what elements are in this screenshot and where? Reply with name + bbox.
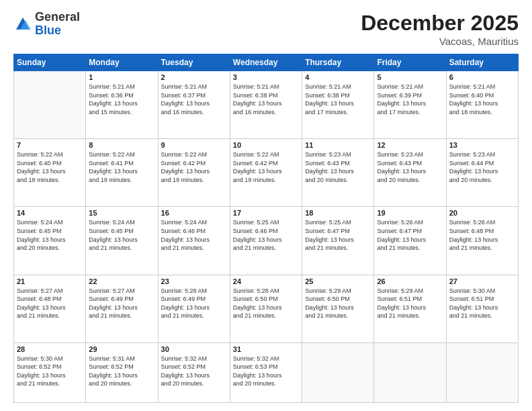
- day-info: Sunrise: 5:32 AM Sunset: 6:53 PM Dayligh…: [233, 355, 299, 388]
- calendar-week-row: 1Sunrise: 5:21 AM Sunset: 6:36 PM Daylig…: [14, 71, 519, 139]
- day-number: 17: [233, 209, 299, 217]
- day-number: 15: [89, 209, 154, 217]
- calendar-cell: 20Sunrise: 5:26 AM Sunset: 6:48 PM Dayli…: [446, 207, 518, 275]
- day-number: 7: [17, 141, 83, 149]
- calendar-cell: [374, 342, 446, 402]
- calendar-week-row: 14Sunrise: 5:24 AM Sunset: 6:45 PM Dayli…: [14, 207, 519, 275]
- day-info: Sunrise: 5:24 AM Sunset: 6:45 PM Dayligh…: [17, 218, 83, 252]
- day-info: Sunrise: 5:26 AM Sunset: 6:48 PM Dayligh…: [449, 218, 515, 252]
- day-number: 2: [161, 73, 227, 81]
- calendar-cell: 10Sunrise: 5:22 AM Sunset: 6:42 PM Dayli…: [230, 139, 302, 207]
- calendar-cell: 4Sunrise: 5:21 AM Sunset: 6:38 PM Daylig…: [302, 71, 374, 139]
- day-number: 26: [377, 277, 443, 285]
- calendar-cell: 7Sunrise: 5:22 AM Sunset: 6:40 PM Daylig…: [14, 139, 86, 207]
- calendar-cell: 9Sunrise: 5:22 AM Sunset: 6:42 PM Daylig…: [158, 139, 230, 207]
- weekday-header-friday: Friday: [374, 54, 446, 71]
- calendar-cell: 26Sunrise: 5:29 AM Sunset: 6:51 PM Dayli…: [374, 275, 446, 342]
- day-number: 31: [233, 345, 299, 353]
- logo-general: General: [35, 10, 80, 24]
- day-number: 18: [305, 209, 371, 217]
- calendar-cell: 14Sunrise: 5:24 AM Sunset: 6:45 PM Dayli…: [14, 207, 86, 275]
- day-info: Sunrise: 5:21 AM Sunset: 6:38 PM Dayligh…: [233, 83, 299, 116]
- day-info: Sunrise: 5:31 AM Sunset: 6:52 PM Dayligh…: [89, 355, 154, 388]
- calendar-cell: 27Sunrise: 5:30 AM Sunset: 6:51 PM Dayli…: [446, 275, 518, 342]
- calendar-cell: 19Sunrise: 5:26 AM Sunset: 6:47 PM Dayli…: [374, 207, 446, 275]
- calendar-cell: 13Sunrise: 5:23 AM Sunset: 6:44 PM Dayli…: [446, 139, 518, 207]
- day-number: 23: [161, 277, 227, 285]
- header: General Blue December 2025 Vacoas, Mauri…: [13, 11, 519, 47]
- weekday-header-saturday: Saturday: [446, 54, 518, 71]
- day-number: 28: [17, 345, 83, 353]
- calendar-table: SundayMondayTuesdayWednesdayThursdayFrid…: [13, 54, 519, 403]
- calendar-cell: 17Sunrise: 5:25 AM Sunset: 6:46 PM Dayli…: [230, 207, 302, 275]
- day-info: Sunrise: 5:22 AM Sunset: 6:42 PM Dayligh…: [161, 150, 227, 184]
- weekday-header-monday: Monday: [86, 54, 158, 71]
- day-number: 1: [89, 73, 154, 81]
- month-title: December 2025: [361, 11, 519, 36]
- calendar-week-row: 28Sunrise: 5:30 AM Sunset: 6:52 PM Dayli…: [14, 342, 519, 402]
- day-number: 27: [449, 277, 515, 285]
- calendar-cell: 29Sunrise: 5:31 AM Sunset: 6:52 PM Dayli…: [86, 342, 158, 402]
- weekday-header-thursday: Thursday: [302, 54, 374, 71]
- logo: General Blue: [13, 11, 80, 38]
- calendar-cell: 22Sunrise: 5:27 AM Sunset: 6:49 PM Dayli…: [86, 275, 158, 342]
- day-info: Sunrise: 5:27 AM Sunset: 6:49 PM Dayligh…: [89, 287, 154, 320]
- calendar-cell: 6Sunrise: 5:21 AM Sunset: 6:40 PM Daylig…: [446, 71, 518, 139]
- weekday-header-row: SundayMondayTuesdayWednesdayThursdayFrid…: [14, 54, 519, 71]
- logo-icon: [13, 15, 32, 34]
- day-info: Sunrise: 5:21 AM Sunset: 6:39 PM Dayligh…: [377, 83, 443, 116]
- day-number: 24: [233, 277, 299, 285]
- day-info: Sunrise: 5:22 AM Sunset: 6:40 PM Dayligh…: [17, 150, 83, 184]
- day-info: Sunrise: 5:30 AM Sunset: 6:52 PM Dayligh…: [17, 355, 83, 388]
- calendar-cell: 15Sunrise: 5:24 AM Sunset: 6:45 PM Dayli…: [86, 207, 158, 275]
- day-info: Sunrise: 5:22 AM Sunset: 6:41 PM Dayligh…: [89, 150, 154, 184]
- calendar-cell: 24Sunrise: 5:28 AM Sunset: 6:50 PM Dayli…: [230, 275, 302, 342]
- day-number: 10: [233, 141, 299, 149]
- calendar-week-row: 21Sunrise: 5:27 AM Sunset: 6:48 PM Dayli…: [14, 275, 519, 342]
- day-number: 6: [449, 73, 515, 81]
- page: General Blue December 2025 Vacoas, Mauri…: [0, 0, 532, 411]
- day-info: Sunrise: 5:21 AM Sunset: 6:40 PM Dayligh…: [449, 83, 515, 116]
- calendar-cell: [446, 342, 518, 402]
- day-number: 16: [161, 209, 227, 217]
- day-info: Sunrise: 5:26 AM Sunset: 6:47 PM Dayligh…: [377, 218, 443, 252]
- day-number: 20: [449, 209, 515, 217]
- calendar-cell: 16Sunrise: 5:24 AM Sunset: 6:46 PM Dayli…: [158, 207, 230, 275]
- location: Vacoas, Mauritius: [361, 36, 519, 47]
- calendar-cell: [302, 342, 374, 402]
- day-number: 8: [89, 141, 154, 149]
- calendar-cell: 12Sunrise: 5:23 AM Sunset: 6:43 PM Dayli…: [374, 139, 446, 207]
- calendar-cell: 30Sunrise: 5:32 AM Sunset: 6:52 PM Dayli…: [158, 342, 230, 402]
- calendar-cell: 1Sunrise: 5:21 AM Sunset: 6:36 PM Daylig…: [86, 71, 158, 139]
- calendar-cell: 21Sunrise: 5:27 AM Sunset: 6:48 PM Dayli…: [14, 275, 86, 342]
- day-info: Sunrise: 5:30 AM Sunset: 6:51 PM Dayligh…: [449, 287, 515, 320]
- day-number: 11: [305, 141, 371, 149]
- day-number: 30: [161, 345, 227, 353]
- calendar-cell: 23Sunrise: 5:28 AM Sunset: 6:49 PM Dayli…: [158, 275, 230, 342]
- day-number: 25: [305, 277, 371, 285]
- day-number: 13: [449, 141, 515, 149]
- calendar-week-row: 7Sunrise: 5:22 AM Sunset: 6:40 PM Daylig…: [14, 139, 519, 207]
- day-info: Sunrise: 5:32 AM Sunset: 6:52 PM Dayligh…: [161, 355, 227, 388]
- day-info: Sunrise: 5:29 AM Sunset: 6:50 PM Dayligh…: [305, 287, 371, 320]
- day-number: 12: [377, 141, 443, 149]
- weekday-header-wednesday: Wednesday: [230, 54, 302, 71]
- calendar-cell: 3Sunrise: 5:21 AM Sunset: 6:38 PM Daylig…: [230, 71, 302, 139]
- calendar-cell: 31Sunrise: 5:32 AM Sunset: 6:53 PM Dayli…: [230, 342, 302, 402]
- calendar-cell: 28Sunrise: 5:30 AM Sunset: 6:52 PM Dayli…: [14, 342, 86, 402]
- day-info: Sunrise: 5:21 AM Sunset: 6:38 PM Dayligh…: [305, 83, 371, 116]
- day-info: Sunrise: 5:21 AM Sunset: 6:36 PM Dayligh…: [89, 83, 154, 116]
- logo-text: General Blue: [35, 11, 80, 38]
- calendar-cell: 25Sunrise: 5:29 AM Sunset: 6:50 PM Dayli…: [302, 275, 374, 342]
- day-number: 22: [89, 277, 154, 285]
- calendar-cell: 8Sunrise: 5:22 AM Sunset: 6:41 PM Daylig…: [86, 139, 158, 207]
- day-number: 9: [161, 141, 227, 149]
- weekday-header-sunday: Sunday: [14, 54, 86, 71]
- day-info: Sunrise: 5:25 AM Sunset: 6:46 PM Dayligh…: [233, 218, 299, 252]
- day-number: 21: [17, 277, 83, 285]
- calendar-cell: 2Sunrise: 5:21 AM Sunset: 6:37 PM Daylig…: [158, 71, 230, 139]
- day-number: 3: [233, 73, 299, 81]
- day-number: 29: [89, 345, 154, 353]
- day-info: Sunrise: 5:28 AM Sunset: 6:49 PM Dayligh…: [161, 287, 227, 320]
- title-block: December 2025 Vacoas, Mauritius: [361, 11, 519, 47]
